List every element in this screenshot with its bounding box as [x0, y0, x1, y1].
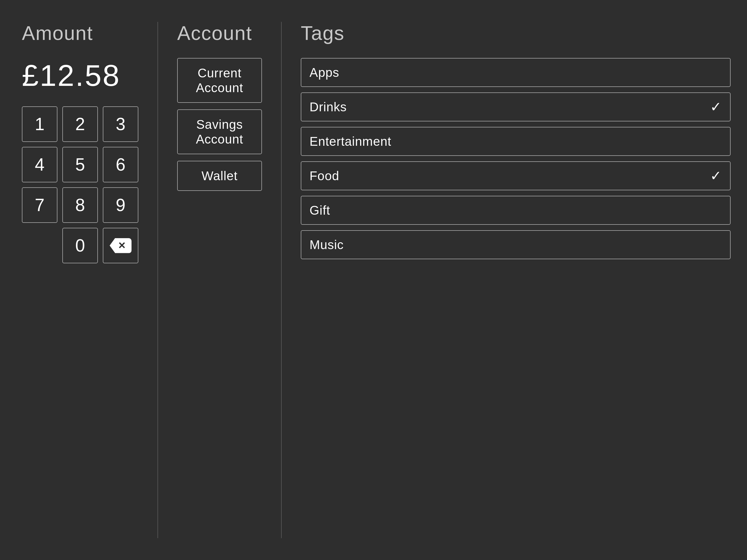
account-item-2[interactable]: Wallet	[177, 161, 262, 191]
account-section-title: Account	[177, 22, 262, 44]
tag-item-music[interactable]: Music✓	[301, 230, 730, 259]
tag-label-gift: Gift	[310, 203, 330, 218]
main-container: Amount £12.58 123456789 0 ✕ Account Curr…	[0, 0, 747, 560]
backspace-icon: ✕	[110, 238, 131, 253]
tag-label-entertainment: Entertainment	[310, 134, 391, 149]
tag-item-entertainment[interactable]: Entertainment✓	[301, 127, 730, 156]
tag-label-drinks: Drinks	[310, 100, 347, 114]
divider-2	[281, 22, 282, 538]
numpad-key-7[interactable]: 7	[22, 187, 57, 223]
tags-section-title: Tags	[301, 22, 730, 44]
tag-check-food: ✓	[710, 168, 722, 184]
numpad: 123456789 0 ✕	[22, 106, 138, 263]
account-list: Current AccountSavings AccountWallet	[177, 58, 262, 191]
numpad-key-9[interactable]: 9	[103, 187, 138, 223]
divider-1	[157, 22, 158, 538]
numpad-key-3[interactable]: 3	[103, 106, 138, 142]
numpad-key-5[interactable]: 5	[62, 147, 98, 182]
numpad-key-8[interactable]: 8	[62, 187, 98, 223]
account-column: Account Current AccountSavings AccountWa…	[161, 22, 278, 538]
tag-label-music: Music	[310, 237, 344, 252]
numpad-key-2[interactable]: 2	[62, 106, 98, 142]
amount-display: £12.58	[22, 58, 138, 93]
numpad-key-6[interactable]: 6	[103, 147, 138, 182]
tag-label-apps: Apps	[310, 65, 339, 80]
tag-item-drinks[interactable]: Drinks✓	[301, 93, 730, 121]
tag-label-food: Food	[310, 169, 339, 183]
numpad-key-1[interactable]: 1	[22, 106, 57, 142]
tag-item-gift[interactable]: Gift✓	[301, 196, 730, 225]
tag-check-drinks: ✓	[710, 99, 722, 115]
amount-column: Amount £12.58 123456789 0 ✕	[22, 22, 155, 538]
numpad-key-0[interactable]: 0	[62, 228, 98, 263]
tag-item-apps[interactable]: Apps✓	[301, 58, 730, 87]
account-item-1[interactable]: Savings Account	[177, 109, 262, 154]
tags-column: Tags Apps✓Drinks✓Entertainment✓Food✓Gift…	[284, 22, 730, 538]
numpad-backspace-button[interactable]: ✕	[103, 228, 138, 263]
amount-section-title: Amount	[22, 22, 138, 44]
account-item-0[interactable]: Current Account	[177, 58, 262, 103]
numpad-key-4[interactable]: 4	[22, 147, 57, 182]
tags-list: Apps✓Drinks✓Entertainment✓Food✓Gift✓Musi…	[301, 58, 730, 259]
tag-item-food[interactable]: Food✓	[301, 161, 730, 190]
